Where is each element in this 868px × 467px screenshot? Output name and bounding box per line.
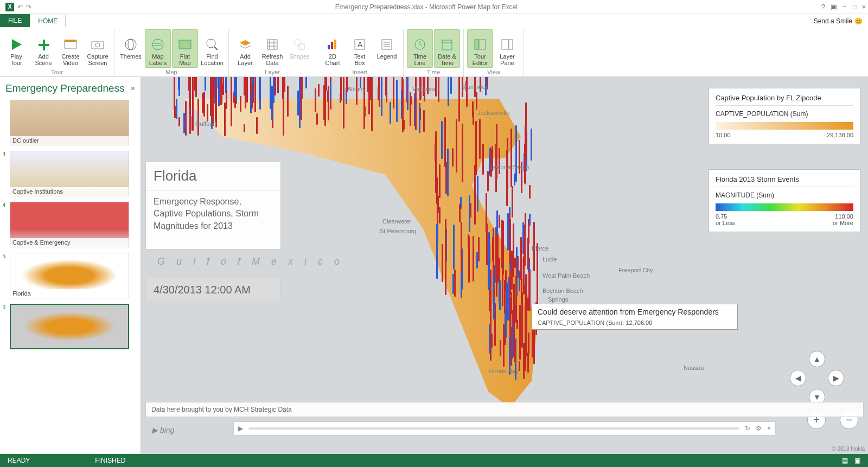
svg-rect-14: [328, 45, 330, 49]
group-insert: 2D Chart AText Box Legend Insert: [316, 29, 404, 76]
layer-pane-button[interactable]: Layer Pane: [494, 29, 520, 68]
send-smile[interactable]: Send a Smile😊: [808, 15, 868, 27]
add-scene-button[interactable]: Add Scene: [30, 29, 56, 68]
search-globe-icon: [205, 37, 220, 52]
themes-button[interactable]: Themes: [118, 29, 144, 68]
city-label: Daytona Beach: [488, 164, 529, 170]
city-label: Springs: [548, 296, 568, 303]
tour-editor-panel: Emergency Preparedness × DC outlier 3 Ca…: [0, 77, 141, 454]
scene-item[interactable]: 3 Captive Institutions: [3, 151, 137, 196]
scene-list[interactable]: DC outlier 3 Captive Institutions 4 Capt…: [3, 100, 137, 452]
svg-rect-26: [475, 40, 478, 49]
scene-item[interactable]: 6: [3, 304, 137, 349]
subtitle-card[interactable]: Emergency Response, Captive Populations,…: [145, 190, 281, 250]
status-ready: READY: [8, 457, 30, 464]
panel-close-button[interactable]: ×: [131, 84, 135, 93]
flat-map-button[interactable]: Flat Map: [172, 29, 198, 68]
text-box-button[interactable]: AText Box: [347, 29, 373, 68]
gulf-label: G u l f o f M e x i c o: [157, 256, 344, 267]
view-full-button[interactable]: ▣: [854, 457, 860, 464]
view-normal-button[interactable]: ▤: [842, 457, 848, 464]
city-label: Nassau: [684, 364, 704, 371]
city-label: Albany: [347, 86, 366, 92]
city-label: Valdosta: [412, 86, 435, 92]
smile-icon: 😊: [854, 17, 863, 25]
maximize-button[interactable]: □: [852, 3, 857, 11]
excel-icon: X: [5, 3, 14, 11]
editor-icon: [473, 37, 488, 52]
svg-rect-13: [299, 44, 304, 49]
svg-point-5: [125, 39, 136, 50]
nav-left-button[interactable]: ◀: [790, 370, 806, 386]
legend-storm[interactable]: Florida 2013 Storm Events MAGNITUDE (Sum…: [709, 169, 860, 232]
loop-button[interactable]: ↻: [745, 425, 750, 432]
group-tour: Play Tour Add Scene Create Video Capture…: [0, 29, 114, 76]
add-layer-button[interactable]: Add Layer: [232, 29, 258, 68]
find-location-button[interactable]: Find Location: [199, 29, 225, 68]
globe-icon: [123, 37, 138, 52]
help-button[interactable]: ?: [821, 3, 825, 11]
refresh-data-button[interactable]: Refresh Data: [259, 29, 285, 68]
scene-item[interactable]: DC outlier: [3, 100, 137, 145]
nav-up-button[interactable]: ▲: [809, 351, 825, 367]
tour-editor-button[interactable]: Tour Editor: [467, 29, 493, 68]
svg-text:A: A: [358, 40, 363, 49]
redo-button[interactable]: ↷: [26, 3, 31, 11]
timestamp-card[interactable]: 4/30/2013 12:00 AM: [145, 278, 281, 302]
undo-button[interactable]: ↶: [17, 3, 23, 11]
credit-bar: Data here brought to you by MCH Strategi…: [145, 402, 864, 417]
svg-rect-24: [442, 40, 452, 50]
capture-screen-button[interactable]: Capture Screen: [85, 29, 111, 68]
2d-chart-button[interactable]: 2D Chart: [320, 29, 346, 68]
layers-icon: [238, 37, 253, 52]
play-icon: [9, 37, 24, 52]
legend-button[interactable]: Legend: [374, 29, 400, 68]
create-video-button[interactable]: Create Video: [58, 29, 84, 68]
svg-point-6: [128, 39, 133, 50]
minimize-button[interactable]: −: [843, 3, 847, 11]
close-button[interactable]: ×: [861, 3, 866, 11]
plus-icon: [36, 37, 51, 52]
nav-right-button[interactable]: ▶: [828, 370, 844, 386]
title-card[interactable]: Florida: [145, 162, 281, 190]
bar-chart-icon: [325, 37, 340, 52]
city-label: Pierce: [532, 245, 548, 252]
scene-item[interactable]: 4 Captive & Emergency: [3, 202, 137, 247]
text-icon: A: [352, 37, 367, 52]
group-time: Time Line Date & Time Time: [404, 29, 464, 76]
map-labels-button[interactable]: Map Labels: [145, 29, 171, 68]
city-label: West Palm Beach: [542, 272, 590, 279]
group-view: Tour Editor Layer Pane View: [464, 29, 524, 76]
svg-line-10: [214, 47, 218, 50]
window-title: Emergency Preparedness.xlsx - Microsoft …: [31, 3, 821, 11]
svg-rect-2: [65, 40, 76, 42]
shapes-icon: [292, 37, 307, 52]
timeline-track[interactable]: [248, 427, 739, 430]
city-label: Florida Bay: [488, 368, 519, 374]
map-canvas[interactable]: G u l f o f M e x i c o Albany Valdosta …: [141, 77, 868, 454]
scene-item[interactable]: 5 Florida: [3, 253, 137, 298]
timeline-playbar[interactable]: ▶ ↻ ⚙ ×: [233, 421, 776, 436]
tab-home[interactable]: HOME: [30, 15, 66, 27]
map-tooltip: Could deserve attention from Emergency R…: [532, 304, 738, 330]
timeline-button[interactable]: Time Line: [407, 29, 433, 68]
svg-marker-0: [12, 39, 22, 50]
play-button[interactable]: ▶: [238, 425, 243, 432]
settings-button[interactable]: ⚙: [756, 425, 762, 432]
globe-label-icon: [150, 37, 165, 52]
play-tour-button[interactable]: Play Tour: [3, 29, 29, 68]
city-label: Jacksonville: [477, 110, 509, 116]
svg-rect-1: [65, 41, 76, 48]
nav-pad: ▲ ◀ ▶ ▼: [790, 351, 844, 405]
datetime-button[interactable]: Date & Time: [434, 29, 460, 68]
panel-title: Emergency Preparedness ×: [3, 79, 137, 100]
svg-rect-11: [267, 40, 277, 49]
city-label: Clearwater: [382, 218, 411, 225]
timeline-close-button[interactable]: ×: [767, 425, 771, 432]
svg-point-9: [207, 39, 215, 48]
ribbon-options-button[interactable]: ▣: [831, 3, 837, 11]
legend-icon: [379, 37, 394, 52]
tab-file[interactable]: FILE: [0, 14, 30, 27]
legend-population[interactable]: Captive Population by FL Zipcode CAPTIVE…: [709, 88, 860, 144]
calendar-icon: [439, 37, 455, 52]
